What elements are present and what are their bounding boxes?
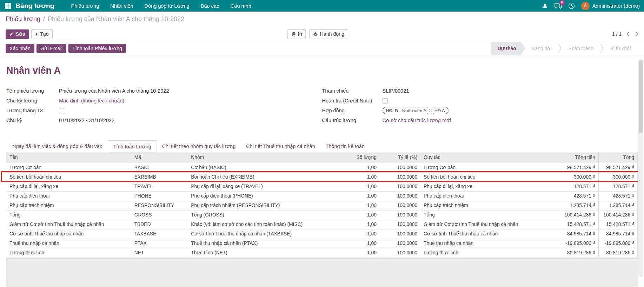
- form-field-label: Lương tháng 13: [6, 108, 59, 113]
- column-header[interactable]: Tên: [6, 152, 131, 163]
- table-cell: -19.895.000 ₫: [598, 239, 637, 248]
- table-cell: EXREIMB: [131, 172, 188, 182]
- form-field-label: Chu kỳ: [6, 118, 59, 123]
- form-field-link[interactable]: Mặc định (không lệch chuẩn): [59, 98, 124, 104]
- table-cell: 100.414.286 ₫: [598, 210, 637, 220]
- create-button[interactable]: + Tạo: [31, 29, 53, 39]
- pager-value: 1 / 1: [612, 31, 622, 37]
- contract-tag[interactable]: HĐ A: [431, 107, 449, 114]
- column-header[interactable]: Quy tắc: [420, 152, 549, 163]
- form-field-label: Cấu trúc lương: [322, 118, 383, 123]
- scrollbar-thumb[interactable]: [639, 60, 643, 133]
- state-step[interactable]: Bị từ chối: [604, 42, 637, 55]
- tab-item[interactable]: Chi tiết Thuế thu nhập cá nhân: [241, 140, 320, 152]
- table-cell: Cơ sở tính Thuế thu nhập cá nhân: [420, 229, 549, 239]
- table-cell: Phụ cấp trách nhiệm: [420, 201, 549, 210]
- table-row[interactable]: Lương Cơ bảnBASICCơ bản (BASIC)1,00100,0…: [6, 163, 638, 172]
- tab-item[interactable]: Chi tiết theo nhóm quy tắc lương: [157, 140, 241, 152]
- form-field-label: Chu kỳ lương: [6, 98, 59, 104]
- navbar-menu-item[interactable]: Đóng góp từ Lương: [140, 1, 194, 11]
- table-cell: Phụ cấp điện thoại: [420, 191, 549, 201]
- table-header-row: TênMãNhómSố lượngTỷ lệ (%)Quy tắcTổng ti…: [6, 152, 638, 163]
- table-row[interactable]: Phụ cấp trách nhiệmRESPONSIBILITYPhụ cấp…: [6, 201, 638, 210]
- table-cell: Thuế thu nhập cá nhân: [6, 239, 131, 248]
- table-row[interactable]: Thuế thu nhập cá nhânPTAXThuế thu nhập c…: [6, 239, 638, 248]
- table-cell: 98.571.429 ₫: [549, 163, 598, 172]
- scroll-cutoff-strip: [0, 55, 644, 58]
- action-button[interactable]: Hành động: [310, 29, 348, 39]
- statusbar-action-button[interactable]: Xác nhận: [6, 44, 34, 53]
- table-cell: 1,00: [340, 191, 380, 201]
- table-cell: -19.895.000 ₫: [549, 239, 598, 248]
- state-step[interactable]: Hoàn thành: [562, 42, 599, 55]
- checkbox-input[interactable]: [59, 108, 64, 113]
- navbar-menu-item[interactable]: Nhân viên: [106, 1, 137, 11]
- breadcrumb-parent-link[interactable]: Phiếu lương: [6, 15, 40, 23]
- table-cell: TRAVEL: [131, 182, 188, 191]
- table-cell: BASIC: [131, 163, 188, 172]
- edit-button[interactable]: Sửa: [6, 29, 29, 39]
- print-button[interactable]: In: [287, 29, 306, 39]
- table-cell: 80.819.286 ₫: [598, 248, 637, 258]
- table-cell: 100,0000: [380, 182, 420, 191]
- table-cell: 428.571 ₫: [549, 191, 598, 201]
- table-row[interactable]: Phụ cấp điện thoạiPHONEPhụ cấp điện thoạ…: [6, 191, 638, 201]
- statusbar: Xác nhậnGửi EmailTính toán Phiếu lương D…: [0, 42, 644, 55]
- contract-tag[interactable]: HĐLĐ - Nhân viên A: [383, 107, 430, 114]
- table-cell: Phụ cấp đi lại, xăng xe: [420, 182, 549, 191]
- table-cell: Tổng: [420, 210, 549, 220]
- pager-next-button[interactable]: [635, 31, 638, 37]
- column-header[interactable]: Tỷ lệ (%): [380, 152, 420, 163]
- navbar-menu-item[interactable]: Cấu hình: [226, 1, 255, 11]
- form-field-value: 01/10/2022 - 31/10/2022: [59, 118, 114, 123]
- column-header[interactable]: Số lượng: [340, 152, 380, 163]
- table-row[interactable]: Giảm trừ Cơ sở tính Thuế thu nhập cá nhâ…: [6, 220, 638, 229]
- form-field-value: Phiếu lương của Nhân viên A cho tháng 10…: [59, 88, 169, 94]
- state-step[interactable]: Đang đợi: [525, 42, 558, 55]
- tag-list: HĐLĐ - Nhân viên AHĐ A: [383, 107, 449, 114]
- statusbar-action-button[interactable]: Gửi Email: [36, 44, 66, 53]
- debug-bug-icon[interactable]: [541, 2, 549, 10]
- vertical-scrollbar[interactable]: [638, 59, 643, 277]
- table-cell: 1,00: [340, 220, 380, 229]
- table-row[interactable]: Số tiền bồi hoàn chi tiêuEXREIMBBồi hoàn…: [6, 172, 638, 182]
- column-header[interactable]: Tổng: [598, 152, 637, 163]
- state-step[interactable]: Dự thảo: [491, 42, 525, 55]
- gear-icon: [313, 32, 318, 36]
- table-row[interactable]: Cơ sở tính Thuế thu nhập cá nhânTAXBASEC…: [6, 229, 638, 239]
- tab-item[interactable]: Thông tin kế toán: [320, 140, 370, 152]
- table-cell: 100.414.286 ₫: [549, 210, 598, 220]
- tab-active[interactable]: Tính toán Lương: [108, 140, 157, 152]
- table-cell: 128.571 ₫: [598, 182, 637, 191]
- table-cell: 1,00: [340, 239, 380, 248]
- notebook-tabs: Ngày đã làm việc & đóng góp & đầu vàoTín…: [6, 140, 638, 152]
- user-avatar: A: [581, 2, 590, 10]
- table-cell: Thuế thu nhập cá nhân: [420, 239, 549, 248]
- form-field-link[interactable]: Cơ sở cho cấu trúc lương mới: [383, 118, 451, 123]
- activities-clock-button[interactable]: [568, 2, 576, 10]
- column-header[interactable]: Mã: [131, 152, 188, 163]
- table-row[interactable]: Phụ cấp đi lại, xăng xeTRAVELPhụ cấp đi …: [6, 182, 638, 191]
- pager-previous-button[interactable]: [626, 31, 630, 37]
- table-cell: PTAX: [131, 239, 188, 248]
- table-cell: 128.571 ₫: [549, 182, 598, 191]
- table-cell: Phụ cấp trách nhiệm: [6, 201, 131, 210]
- user-menu[interactable]: A Administrator (demo): [581, 2, 640, 10]
- navbar-menu-item[interactable]: Phiếu lương: [67, 1, 104, 11]
- apps-menu-icon[interactable]: [5, 3, 11, 9]
- app-title[interactable]: Bảng lương: [15, 2, 54, 10]
- navbar-menu-item[interactable]: Báo cáo: [197, 1, 224, 11]
- table-row[interactable]: Lương thực lĩnhNETThực Lĩnh (NET)1,00100…: [6, 248, 638, 258]
- column-header[interactable]: Nhóm: [188, 152, 339, 163]
- breadcrumb-current: Phiếu lương của Nhân viên A cho tháng 10…: [48, 15, 184, 23]
- tab-item[interactable]: Ngày đã làm việc & đóng góp & đầu vào: [7, 140, 108, 152]
- table-cell: Cơ bản (BASIC): [188, 163, 339, 172]
- statusbar-action-button[interactable]: Tính toán Phiếu lương: [68, 44, 126, 53]
- table-row[interactable]: TổngGROSSTổng (GROSS)1,00100,0000Tổng100…: [6, 210, 638, 220]
- table-cell: Lương Cơ bản: [6, 163, 131, 172]
- printer-icon: [291, 32, 296, 36]
- plus-icon: +: [35, 31, 38, 37]
- column-header[interactable]: Tổng tiền: [549, 152, 598, 163]
- checkbox-input[interactable]: [383, 98, 388, 104]
- messages-icon-button[interactable]: 5: [555, 2, 562, 10]
